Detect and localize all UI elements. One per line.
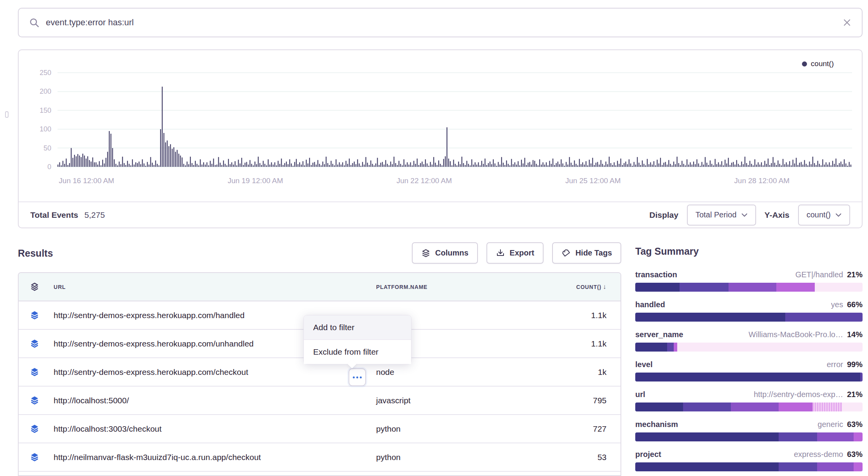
table-row[interactable]: http://localhost:3003/checkoutpython727 [19,415,620,443]
count-cell[interactable]: 53 [504,453,607,462]
column-header-platform[interactable]: PLATFORM.NAME [376,284,504,290]
tag-name: handled [635,300,665,309]
tag-bar-segment[interactable] [779,432,817,441]
tag-bar-segment[interactable] [817,462,854,471]
tag-name: mechanism [635,420,678,429]
events-chart[interactable]: 250200150100500Jun 16 12:00 AMJun 19 12:… [19,50,862,198]
tag-bar-segment[interactable] [674,343,677,352]
tag-top-percent: 99% [847,360,863,369]
search-bar[interactable]: event.type:error has:url [18,8,863,37]
url-cell[interactable]: http://neilmanvar-flask-m3uuizd7iq-uc.a.… [54,453,376,462]
x-axis-tick: Jun 16 12:00 AM [59,177,114,185]
tag-item-project: projectexpress-demo63% [635,450,863,471]
tag-bar-segment[interactable] [731,402,779,411]
layers-icon [30,310,40,320]
tag-bar-segment[interactable] [779,462,817,471]
tag-bar-segment[interactable] [680,283,729,292]
tag-distribution-bar[interactable] [635,313,863,322]
menu-item-add-to-filter[interactable]: Add to filter [304,315,411,340]
tag-distribution-bar[interactable] [635,343,863,352]
cell-actions-button[interactable] [349,368,366,386]
y-axis-tick: 150 [40,107,51,114]
dot-icon [353,376,355,378]
tag-bar-segment[interactable] [842,402,863,411]
tag-bar-segment[interactable] [815,283,863,292]
chevron-down-icon [835,213,842,217]
y-axis-tick: 0 [47,163,51,171]
tag-bar-segment[interactable] [677,343,863,352]
total-events: Total Events 5,275 [30,210,105,220]
count-cell[interactable]: 1.1k [504,339,607,348]
dot-icon [360,376,362,378]
tag-bar-segment[interactable] [776,283,815,292]
hide-tags-button[interactable]: Hide Tags [552,242,621,264]
tag-bar-segment[interactable] [635,432,779,441]
url-cell[interactable]: http://localhost:3003/checkout [54,424,376,434]
tag-distribution-bar[interactable] [635,283,863,292]
tag-top-percent: 21% [847,270,863,279]
platform-cell[interactable]: python [376,424,504,434]
tag-icon [561,248,571,258]
tag-item-mechanism: mechanismgeneric63% [635,420,863,441]
platform-cell[interactable]: javascript [376,396,504,405]
tag-summary-title: Tag Summary [635,246,863,257]
tag-bar-segment[interactable] [854,462,863,471]
layers-icon[interactable] [30,282,40,292]
tag-distribution-bar[interactable] [635,373,863,382]
tag-bar-segment[interactable] [667,343,674,352]
tag-distribution-bar[interactable] [635,432,863,441]
count-cell[interactable]: 1k [504,368,607,377]
layers-icon [30,367,40,377]
tag-bar-segment[interactable] [635,343,667,352]
count-cell[interactable]: 1.1k [504,311,607,320]
tag-top-percent: 21% [847,390,863,399]
tag-bar-segment[interactable] [635,462,779,471]
yaxis-dropdown-value: count() [807,210,831,219]
column-header-count[interactable]: COUNT()↓ [504,283,607,291]
count-cell[interactable]: 795 [504,396,607,405]
tag-bar-segment[interactable] [812,402,842,411]
tag-top-value: http://sentry-demos-exp… [754,390,843,399]
tag-bar-segment[interactable] [683,402,731,411]
tag-bar-segment[interactable] [635,373,860,382]
display-dropdown[interactable]: Total Period [687,205,756,226]
table-row[interactable]: http://localhost:5000/javascript795 [19,387,620,415]
platform-cell[interactable]: node [376,368,504,377]
tag-bar-segment[interactable] [729,283,776,292]
tag-top-percent: 63% [847,450,863,459]
chart-legend[interactable]: count() [802,60,834,68]
column-header-url[interactable]: URL [54,284,376,290]
clear-search-icon[interactable] [842,18,852,27]
tag-distribution-bar[interactable] [635,402,863,411]
y-axis-tick: 250 [40,69,51,77]
tag-bar-segment[interactable] [779,402,813,411]
yaxis-dropdown[interactable]: count() [798,205,850,226]
hide-tags-button-label: Hide Tags [575,248,612,257]
tag-distribution-bar[interactable] [635,462,863,471]
total-events-value: 5,275 [84,210,105,220]
tag-name: level [635,360,652,369]
platform-cell[interactable]: python [376,453,504,462]
url-cell[interactable]: http://localhost:5000/ [54,396,376,405]
count-cell[interactable]: 727 [504,424,607,434]
menu-item-exclude-from-filter[interactable]: Exclude from filter [304,340,411,364]
chart-footer: Total Events 5,275 Display Total Period … [19,201,862,228]
table-row[interactable]: http://neilmanvar-flask-m3uuizd7iq-uc.a.… [19,443,620,472]
tag-bar-segment[interactable] [635,283,680,292]
columns-button[interactable]: Columns [412,242,478,264]
sidebar-drag-handle[interactable] [5,111,9,118]
tag-bar-segment[interactable] [817,432,854,441]
tag-bar-segment[interactable] [860,373,863,382]
table-header-row: URL PLATFORM.NAME COUNT()↓ [19,273,620,301]
url-cell[interactable]: http://sentry-demos-express.herokuapp.co… [54,368,376,377]
tag-item-transaction: transactionGET|/handled21% [635,270,863,292]
search-input[interactable]: event.type:error has:url [46,18,842,28]
export-button[interactable]: Export [486,242,544,264]
tag-bar-segment[interactable] [635,402,683,411]
tag-bar-segment[interactable] [635,313,785,322]
tag-bar-segment[interactable] [854,432,863,441]
tag-item-server_name: server_nameWilliams-MacBook-Pro.lo…14% [635,330,863,352]
tag-bar-segment[interactable] [785,313,863,322]
x-axis-tick: Jun 22 12:00 AM [396,177,452,185]
x-axis-tick: Jun 19 12:00 AM [228,177,283,185]
